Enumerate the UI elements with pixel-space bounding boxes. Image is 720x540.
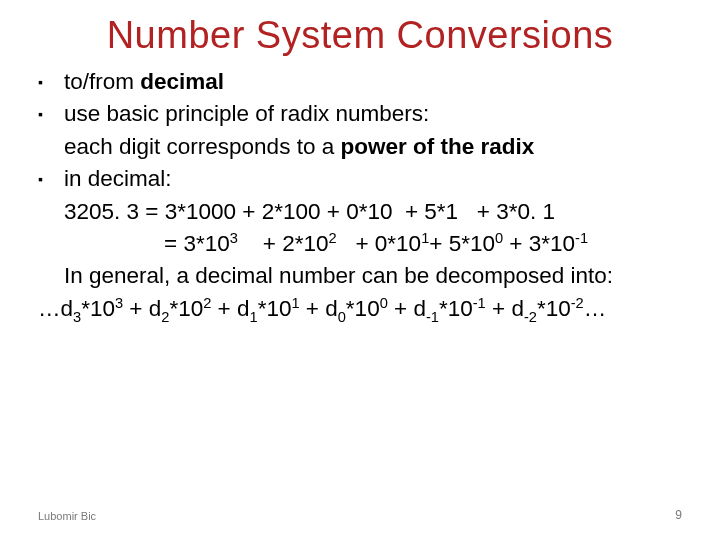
bullet-1: ▪ to/from decimal: [38, 67, 682, 97]
bullet-1-pre: to/from: [64, 69, 140, 94]
general-equation: …d3*103 + d2*102 + d1*101 + d0*100 + d-1…: [38, 294, 682, 324]
slide-body: ▪ to/from decimal ▪ use basic principle …: [0, 67, 720, 324]
bullet-marker-icon: ▪: [38, 99, 64, 129]
bullet-1-bold: decimal: [140, 69, 224, 94]
bullet-3: ▪ in decimal:: [38, 164, 682, 194]
bullet-2-subline: each digit corresponds to a power of the…: [38, 132, 682, 162]
slide-title: Number System Conversions: [0, 0, 720, 67]
bullet-2-text: use basic principle of radix numbers:: [64, 99, 682, 129]
equation-line-1: 3205. 3 = 3*1000 + 2*100 + 0*10 + 5*1 + …: [38, 197, 682, 227]
bullet-3-text: in decimal:: [64, 164, 682, 194]
equation-line-2: = 3*103 + 2*102 + 0*101+ 5*100 + 3*10-1: [38, 229, 682, 259]
page-number: 9: [675, 508, 682, 522]
bullet-2-sub-pre: each digit corresponds to a: [64, 134, 340, 159]
general-intro: In general, a decimal number can be deco…: [38, 261, 682, 291]
bullet-2: ▪ use basic principle of radix numbers:: [38, 99, 682, 129]
bullet-1-text: to/from decimal: [64, 67, 682, 97]
bullet-marker-icon: ▪: [38, 67, 64, 97]
bullet-2-sub-bold: power of the radix: [340, 134, 534, 159]
bullet-marker-icon: ▪: [38, 164, 64, 194]
slide: Number System Conversions ▪ to/from deci…: [0, 0, 720, 540]
footer-author: Lubomir Bic: [38, 510, 96, 522]
